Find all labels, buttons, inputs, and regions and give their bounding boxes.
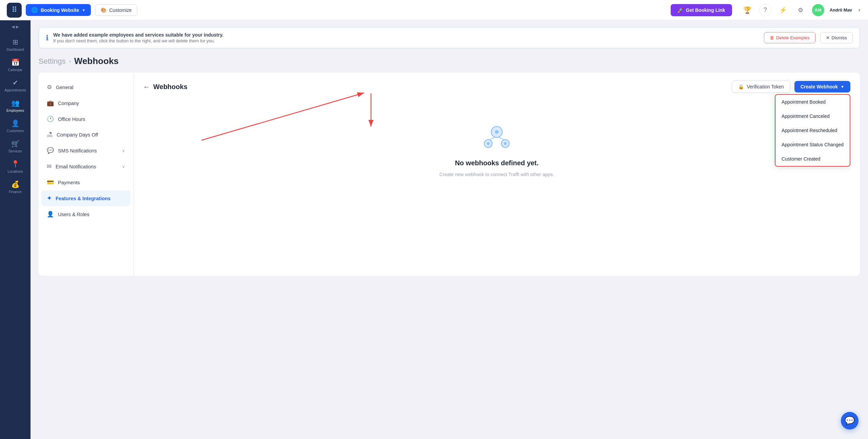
info-text: We have added example employees and serv… [53, 32, 759, 43]
sidebar-label-appointments: Appointments [4, 88, 26, 92]
webhooks-title-row: ← Webhooks [143, 83, 188, 91]
webhooks-actions: 🔒 Verification Token Create Webhook ▼ Ap… [732, 81, 850, 93]
sidebar-item-appointments[interactable]: ✔ Appointments [0, 75, 31, 96]
settings-button[interactable]: ⚙ [794, 4, 807, 16]
breadcrumb: Settings › Webhooks [39, 56, 860, 66]
menu-item-email-notifications[interactable]: ✉ Email Notifications ∨ [39, 159, 133, 174]
sidebar-item-locations[interactable]: 📍 Locations [0, 156, 31, 177]
webhooks-title: Webhooks [153, 83, 188, 91]
email-chevron: ∨ [122, 164, 125, 169]
sidebar-label-customers: Customers [7, 129, 24, 133]
breadcrumb-settings[interactable]: Settings [39, 57, 66, 66]
appointments-icon: ✔ [13, 79, 18, 87]
empty-state-title: No webhooks defined yet. [455, 159, 539, 167]
verification-token-button[interactable]: 🔒 Verification Token [732, 81, 790, 93]
delete-examples-label: Delete Examples [776, 35, 809, 40]
menu-label-office-hours: Office Hours [58, 117, 85, 122]
menu-item-features-integrations[interactable]: ✦ Features & Integrations [41, 190, 131, 206]
menu-label-sms: SMS Notifications [58, 148, 97, 153]
rocket-icon: 🚀 [677, 7, 683, 13]
sidebar-label-services: Services [8, 149, 22, 153]
sidebar-label-employees: Employees [6, 108, 24, 112]
get-booking-link-button[interactable]: 🚀 Get Booking Link [671, 4, 732, 16]
settings-content: ← Webhooks 🔒 Verification Token Create W… [134, 72, 860, 276]
calendar-icon: 📅 [11, 58, 20, 66]
empty-state-subtitle: Create new webhook to connect Trafft wit… [439, 172, 554, 177]
payments-icon: 💳 [47, 179, 54, 186]
back-arrow-button[interactable]: ← [143, 83, 150, 91]
sidebar-item-employees[interactable]: 👥 Employees [0, 96, 31, 116]
dropdown-item-booked[interactable]: Appointment Booked [775, 95, 850, 109]
dropdown-item-rescheduled[interactable]: Appointment Rescheduled [775, 123, 850, 138]
svg-line-6 [489, 137, 495, 140]
menu-item-sms-notifications[interactable]: 💬 SMS Notifications ∨ [39, 143, 133, 159]
activity-button[interactable]: ⚡ [777, 4, 789, 16]
customize-button[interactable]: 🎨 Customize [95, 4, 137, 16]
svg-point-3 [495, 130, 499, 134]
verification-token-label: Verification Token [747, 84, 784, 89]
menu-item-general[interactable]: ⚙ General [39, 79, 133, 95]
sms-icon: 💬 [47, 147, 54, 154]
create-webhook-chevron: ▼ [841, 85, 844, 89]
dashboard-icon: ⊞ [13, 38, 18, 46]
sidebar-label-locations: Locations [8, 169, 23, 173]
avatar-initials: AM [815, 7, 822, 13]
trash-icon: 🗑 [770, 35, 774, 40]
info-text-main: We have added example employees and serv… [53, 32, 223, 38]
sidebar-item-customers[interactable]: 👤 Customers [0, 116, 31, 136]
booking-website-button[interactable]: 🌐 Booking Website ▼ [26, 4, 91, 16]
sidebar-item-calendar[interactable]: 📅 Calendar [0, 55, 31, 75]
breadcrumb-chevron: › [69, 58, 71, 64]
menu-item-company[interactable]: 💼 Company [39, 95, 133, 111]
delete-examples-button[interactable]: 🗑 Delete Examples [764, 32, 815, 43]
dismiss-button[interactable]: ✕ Dismiss [820, 32, 853, 43]
menu-label-company: Company [58, 101, 79, 106]
main-content: ℹ We have added example employees and se… [31, 20, 868, 439]
sms-chevron: ∨ [122, 148, 125, 153]
company-icon: 💼 [47, 100, 54, 107]
menu-label-users-roles: Users & Roles [58, 212, 90, 217]
webhooks-header: ← Webhooks 🔒 Verification Token Create W… [143, 81, 850, 93]
webhook-dropdown: Appointment Booked Appointment Canceled … [775, 94, 850, 167]
services-icon: 🛒 [11, 140, 20, 148]
email-icon: ✉ [47, 163, 52, 170]
menu-item-users-roles[interactable]: 👤 Users & Roles [39, 206, 133, 222]
app-logo: ⠿ [7, 3, 22, 18]
sidebar: ◀ ▶ ⊞ Dashboard 📅 Calendar ✔ Appointment… [0, 20, 31, 439]
chevron-down-icon: ▼ [82, 8, 85, 12]
help-button[interactable]: ? [759, 4, 771, 16]
svg-point-5 [504, 142, 507, 145]
customize-label: Customize [109, 7, 132, 13]
menu-item-payments[interactable]: 💳 Payments [39, 174, 133, 190]
menu-label-email: Email Notifications [56, 164, 96, 169]
dismiss-label: Dismiss [832, 35, 847, 40]
close-icon: ✕ [826, 35, 830, 40]
avatar: AM [812, 4, 824, 16]
create-webhook-button[interactable]: Create Webhook ▼ [794, 81, 850, 92]
menu-item-company-days-off[interactable]: 🏖 Company Days Off [39, 127, 133, 143]
sidebar-item-finance[interactable]: 💰 Finance [0, 177, 31, 197]
sidebar-collapse-toggle[interactable]: ◀ ▶ [12, 24, 19, 29]
dropdown-item-customer-created[interactable]: Customer Created [775, 152, 850, 166]
user-menu-chevron[interactable]: ▼ [857, 8, 861, 12]
menu-item-office-hours[interactable]: 🕐 Office Hours [39, 111, 133, 127]
office-hours-icon: 🕐 [47, 116, 54, 123]
sidebar-label-dashboard: Dashboard [6, 47, 24, 51]
users-icon: 👤 [47, 211, 54, 218]
settings-card: ⚙ General 💼 Company 🕐 Office Hours 🏖 Com… [39, 72, 860, 276]
chat-bubble-button[interactable]: 💬 [841, 412, 859, 430]
info-banner: ℹ We have added example employees and se… [39, 27, 860, 48]
globe-icon: 🌐 [31, 7, 38, 13]
dropdown-item-status-changed[interactable]: Appointment Status Changed [775, 138, 850, 152]
webhook-illustration [481, 121, 512, 152]
customize-icon: 🎨 [101, 7, 106, 13]
trophy-button[interactable]: 🏆 [742, 4, 754, 16]
sidebar-label-finance: Finance [9, 190, 21, 194]
svg-line-7 [498, 137, 504, 140]
sidebar-item-dashboard[interactable]: ⊞ Dashboard [0, 35, 31, 55]
employees-icon: 👥 [11, 99, 20, 107]
sidebar-item-services[interactable]: 🛒 Services [0, 136, 31, 156]
menu-label-company-days-off: Company Days Off [57, 132, 98, 138]
features-icon: ✦ [47, 195, 52, 202]
dropdown-item-canceled[interactable]: Appointment Canceled [775, 109, 850, 123]
